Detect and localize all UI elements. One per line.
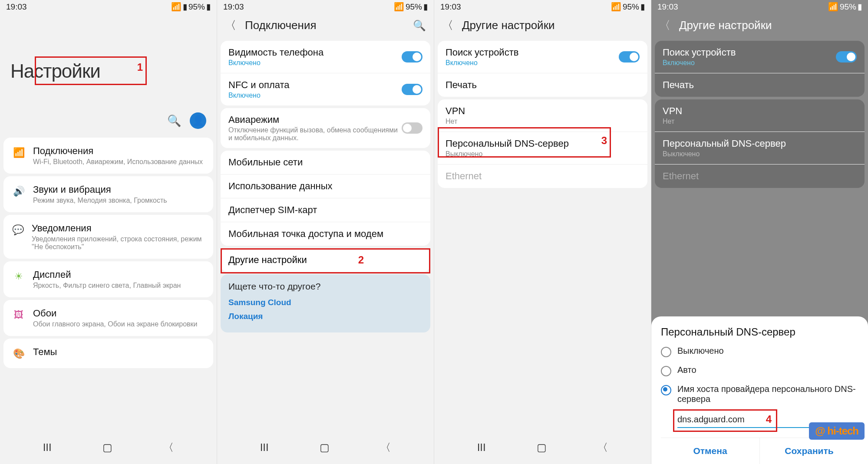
airplane-toggle[interactable] [402, 122, 422, 134]
category-icon: 🎨 [12, 347, 25, 360]
settings-item[interactable]: 🔊Звуки и вибрацияРежим звука, Мелодия зв… [3, 176, 213, 212]
phone-other-settings: 19:03📶95%▮ 〈Другие настройки Поиск устро… [434, 0, 651, 464]
settings-item[interactable]: 📶ПодключенияWi-Fi, Bluetooth, Авиарежим,… [3, 138, 213, 174]
settings-item[interactable]: 🎨Темы [3, 339, 213, 368]
list-item[interactable]: VPNНет [438, 99, 647, 132]
back-icon[interactable]: 〈 [659, 18, 670, 33]
toggle[interactable] [402, 84, 422, 95]
category-icon: 💬 [12, 224, 24, 237]
list-item[interactable]: Использование данных [221, 174, 430, 198]
recents-icon[interactable]: III [43, 441, 52, 454]
page-title: Другие настройки [462, 19, 555, 32]
toggle[interactable] [619, 51, 640, 63]
suggest-link[interactable]: Samsung Cloud [228, 298, 422, 307]
settings-item[interactable]: 🖼ОбоиОбои главного экрана, Обои на экран… [3, 300, 213, 336]
suggest-link[interactable]: Локация [228, 312, 422, 321]
airplane-item[interactable]: АвиарежимОтключение функций вызова, обме… [221, 108, 430, 148]
phone-settings-main: 19:03 📶 ▮ 95% ▮ 1 Настройки 🔍 👤 📶Подключ… [0, 0, 217, 464]
category-icon: 🔊 [12, 185, 25, 198]
list-item[interactable]: Печать [438, 73, 647, 97]
account-icon[interactable]: 👤 [190, 112, 206, 129]
nav-bar: III ▢ 〈 [0, 431, 217, 464]
wifi-icon: 📶 [171, 2, 182, 12]
battery-icon: ▮ [206, 2, 211, 12]
page-title: Подключения [245, 19, 316, 32]
battery-pct: 95% [188, 2, 205, 12]
save-button[interactable]: Сохранить [760, 438, 858, 464]
phone-dns-dialog: 19:03📶95%▮ 〈Другие настройки Поиск устро… [651, 0, 868, 464]
page-title: Настройки [10, 60, 217, 82]
search-icon[interactable]: 🔍 [413, 20, 426, 32]
settings-item[interactable]: 💬УведомленияУведомления приложений, стро… [3, 215, 213, 259]
list-item[interactable]: Диспетчер SIM-карт [221, 198, 430, 222]
list-item[interactable]: Персональный DNS-серверВыключено [438, 132, 647, 165]
settings-item[interactable]: ☀ДисплейЯркость, Фильтр синего света, Гл… [3, 261, 213, 297]
status-bar: 19:03 📶95%▮ [217, 0, 434, 13]
back-icon[interactable]: 〈 [442, 18, 453, 33]
status-time: 19:03 [6, 2, 27, 12]
list-item: Ethernet [438, 165, 647, 188]
status-right: 📶 ▮ 95% ▮ [171, 2, 211, 12]
dns-dialog: Персональный DNS-сервер Выключено Авто И… [651, 316, 868, 464]
radio-auto[interactable]: Авто [661, 365, 858, 376]
list-item[interactable]: NFC и оплатаВключено [221, 73, 430, 105]
cancel-button[interactable]: Отмена [661, 438, 760, 464]
signal-icon: ▮ [183, 2, 187, 12]
category-icon: 🖼 [12, 309, 25, 322]
category-icon: 📶 [12, 146, 25, 159]
watermark: @ hi-tech [809, 422, 865, 440]
list-item[interactable]: Поиск устройствВключено [438, 41, 647, 73]
phone-connections: 19:03 📶95%▮ 〈 Подключения 🔍 Видимость те… [217, 0, 434, 464]
back-icon[interactable]: 〈 [163, 441, 174, 454]
list-item[interactable]: Мобильная точка доступа и модем [221, 222, 430, 246]
category-icon: ☀ [12, 270, 25, 283]
radio-hostname[interactable]: Имя хоста провайдера персонального DNS-с… [661, 384, 858, 404]
search-icon[interactable]: 🔍 [167, 114, 181, 128]
toggle[interactable] [402, 51, 422, 63]
radio-off[interactable]: Выключено [661, 346, 858, 357]
back-icon[interactable]: 〈 [225, 18, 236, 33]
more-settings-item[interactable]: Другие настройки [221, 248, 430, 272]
dialog-title: Персональный DNS-сервер [661, 326, 858, 338]
status-bar: 19:03 📶 ▮ 95% ▮ [0, 0, 217, 13]
list-item[interactable]: Мобильные сети [221, 151, 430, 174]
home-icon[interactable]: ▢ [102, 441, 112, 454]
list-item[interactable]: Видимость телефонаВключено [221, 41, 430, 73]
suggest-card: Ищете что-то другое? Samsung Cloud Локац… [221, 274, 430, 332]
